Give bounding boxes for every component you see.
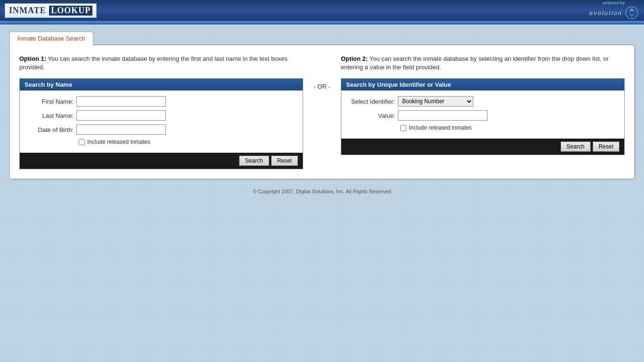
option1-label: Option 1: — [19, 55, 46, 62]
option2-text: Option 2: You can search the inmate data… — [341, 55, 625, 72]
identifier-select[interactable]: Booking Number SSN SID Number State ID F… — [398, 96, 473, 107]
logo-inmate: INMATE — [9, 6, 46, 16]
evolution-logo: evolution — [589, 5, 639, 20]
select-identifier-row: Select Identifier: Booking Number SSN SI… — [346, 96, 619, 107]
copyright-text: © Copyright 2007, Digital Solutions, Inc… — [253, 189, 391, 194]
value-row: Value: — [346, 110, 619, 121]
option-divider: - OR - — [303, 55, 341, 90]
logo-container: INMATE LOOKUP — [5, 3, 97, 18]
value-input[interactable] — [398, 110, 487, 121]
header: INMATE LOOKUP powered by: evolution — [0, 0, 644, 22]
dob-row: Date of Birth: — [25, 124, 298, 135]
option1-description: You can search the inmate database by en… — [19, 55, 288, 71]
option1-text: Option 1: You can search the inmate data… — [19, 55, 303, 72]
select-identifier-label: Select Identifier: — [346, 98, 398, 105]
include-released-checkbox[interactable] — [79, 139, 85, 145]
last-name-input[interactable] — [76, 110, 166, 121]
include-released-checkbox-2[interactable] — [400, 125, 406, 131]
logo-box: INMATE LOOKUP — [5, 3, 97, 18]
search-by-name-box: Search by Name First Name: Last Name: — [19, 78, 303, 169]
or-divider-text: - OR - — [314, 83, 330, 90]
value-label: Value: — [346, 112, 398, 119]
tab-header: Inmate Database Search — [9, 32, 635, 45]
svg-marker-2 — [629, 14, 635, 17]
include-released-label-2: Include released inmates — [409, 124, 471, 131]
options-container: Option 1: You can search the inmate data… — [19, 55, 625, 169]
tab-panel: Option 1: You can search the inmate data… — [9, 45, 635, 179]
svg-marker-1 — [629, 8, 635, 12]
id-reset-button[interactable]: Reset — [593, 141, 619, 152]
logo-lookup: LOOKUP — [49, 6, 92, 16]
option1-section: Option 1: You can search the inmate data… — [19, 55, 303, 169]
dob-input[interactable] — [76, 124, 166, 135]
include-released-label: Include released inmates — [87, 139, 150, 145]
tab-filler — [93, 32, 635, 45]
include-released-row-2: Include released inmates — [346, 124, 619, 131]
first-name-input[interactable] — [76, 96, 166, 107]
evolution-icon — [624, 5, 639, 20]
last-name-label: Last Name: — [25, 112, 76, 119]
first-name-row: First Name: — [25, 96, 298, 107]
search-by-id-footer: Search Reset — [341, 139, 624, 155]
name-search-button[interactable]: Search — [239, 156, 269, 166]
search-by-name-header: Search by Name — [20, 79, 303, 90]
search-by-id-box: Search by Unique Identifier or Value Sel… — [341, 78, 625, 155]
include-released-row: Include released inmates — [25, 139, 298, 145]
search-by-name-footer: Search Reset — [20, 153, 303, 169]
evolution-text-label: evolution — [589, 9, 622, 16]
first-name-label: First Name: — [25, 98, 76, 105]
option2-description: You can search the inmate database by se… — [341, 55, 609, 71]
search-by-id-header: Search by Unique Identifier or Value — [341, 79, 624, 90]
option2-section: Option 2: You can search the inmate data… — [341, 55, 625, 155]
footer: © Copyright 2007, Digital Solutions, Inc… — [9, 179, 635, 204]
search-by-name-body: First Name: Last Name: Date of Birth: — [20, 90, 303, 153]
panel-content: Option 1: You can search the inmate data… — [10, 45, 634, 179]
option2-label: Option 2: — [341, 55, 368, 62]
last-name-row: Last Name: — [25, 110, 298, 121]
powered-by-label: powered by: — [589, 0, 639, 5]
evolution-label: evolution — [589, 9, 622, 16]
dob-label: Date of Birth: — [25, 126, 76, 133]
tab-label: Inmate Database Search — [17, 35, 85, 42]
name-reset-button[interactable]: Reset — [271, 156, 298, 166]
main-content: Inmate Database Search Option 1: You can… — [0, 25, 644, 211]
id-search-button[interactable]: Search — [561, 141, 591, 152]
tab-inmate-database-search[interactable]: Inmate Database Search — [9, 32, 93, 45]
search-by-id-body: Select Identifier: Booking Number SSN SI… — [341, 90, 624, 139]
powered-by-container: powered by: evolution — [589, 0, 639, 20]
